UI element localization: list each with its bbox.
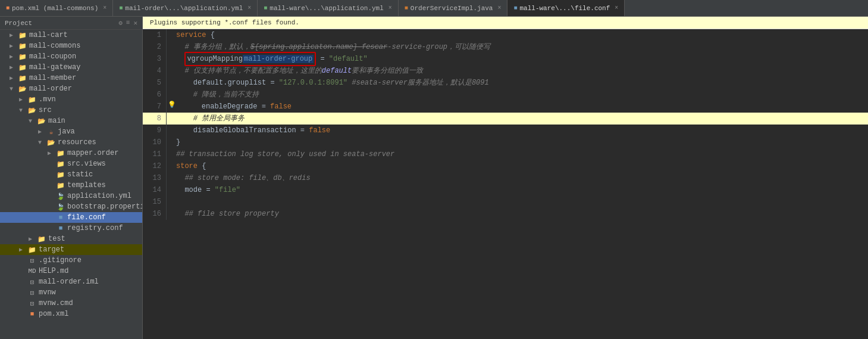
sidebar-item-src[interactable]: ▼ 📂 src — [0, 105, 142, 116]
code-content: vgroupMappingmall-order-group = "default… — [167, 53, 368, 65]
tab-close-pom-commons[interactable]: × — [103, 5, 106, 11]
code-content: ## transaction log store, only used in s… — [167, 148, 394, 160]
sidebar-item-pom-xml[interactable]: ■ pom.xml — [0, 309, 142, 319]
mvnw-icon: ⊡ — [27, 289, 37, 297]
line-number: 7 — [143, 101, 167, 113]
sidebar-item-mall-order-iml[interactable]: ⊡ mall-order.iml — [0, 276, 142, 287]
project-sidebar: Project ⚙ ≡ ✕ ▶ 📁 mall-cart ▶ 📁 mall-com… — [0, 17, 143, 339]
sidebar-item-mapper-order[interactable]: ▶ 📁 mapper.order — [0, 148, 142, 158]
close-sidebar-icon[interactable]: ✕ — [133, 19, 137, 27]
tree-label: mall-gateway — [29, 63, 80, 71]
line-number: 15 — [143, 196, 167, 208]
code-content: store { — [167, 160, 206, 172]
tree-label: mall-coupon — [29, 52, 76, 61]
bulb-icon: 💡 — [168, 101, 176, 108]
sidebar-item-mvn[interactable]: ▶ 📁 .mvn — [0, 94, 142, 105]
line-number: 16 — [143, 208, 167, 220]
sidebar-item-gitignore[interactable]: ⊡ .gitignore — [0, 255, 142, 266]
line-number: 13 — [143, 172, 167, 184]
tree-label: mall-order — [29, 85, 72, 93]
sidebar-item-mall-member[interactable]: ▶ 📁 mall-member — [0, 73, 142, 83]
sidebar-item-mall-commons[interactable]: ▶ 📁 mall-commons — [0, 41, 142, 51]
tab-close-mall-ware-conf[interactable]: × — [615, 5, 618, 11]
tab-label: OrderServiceImpl.java — [411, 5, 493, 12]
sidebar-item-bootstrap-props[interactable]: 🍃 bootstrap.properties — [0, 201, 142, 212]
tab-close-mall-ware-app[interactable]: × — [388, 5, 392, 11]
sidebar-item-mall-cart[interactable]: ▶ 📁 mall-cart — [0, 30, 142, 41]
tree-label: src — [39, 106, 52, 114]
tab-mail-order-app[interactable]: ■ mail-order\...\application.yml × — [113, 0, 258, 16]
code-content: # 降级，当前不支持 — [167, 89, 259, 101]
folder-icon: 📁 — [18, 32, 27, 39]
sidebar-item-test[interactable]: ▶ 📁 test — [0, 234, 142, 244]
tab-bar: ■ pom.xml (mall-commons) × ■ mail-order\… — [0, 0, 868, 17]
sidebar-item-mvnw-cmd[interactable]: ⊡ mvnw.cmd — [0, 298, 142, 309]
code-line-3: 3 vgroupMappingmall-order-group = "defau… — [143, 53, 868, 65]
code-content: disableGlobalTransaction = false — [167, 125, 330, 136]
tree-label: bootstrap.properties — [67, 203, 143, 211]
sidebar-item-target[interactable]: ▶ 📁 target — [0, 244, 142, 255]
code-content: ## file store propertу — [167, 208, 279, 220]
tree-label: test — [48, 235, 65, 243]
code-content: # 仅支持单节点，不要配置多地址，这里的default要和事务分组的值一致 — [167, 65, 423, 77]
line-number: 11 — [143, 148, 167, 160]
code-line-12: 12 store { — [143, 160, 868, 172]
sidebar-item-mall-order[interactable]: ▼ 📂 mall-order — [0, 83, 142, 94]
sidebar-item-src-views[interactable]: 📁 src.views — [0, 158, 142, 169]
expand-arrow: ▶ — [48, 150, 56, 157]
sidebar-item-file-conf[interactable]: ■ file.conf — [0, 212, 142, 223]
sidebar-item-static[interactable]: 📁 static — [0, 169, 142, 180]
tab-mall-ware-app[interactable]: ■ mall-ware\...\application.yml × — [258, 0, 398, 16]
line-number: 9 — [143, 125, 167, 136]
conf-icon: ■ — [56, 214, 65, 221]
expand-arrow: ▼ — [19, 107, 27, 114]
code-line-15: 15 — [143, 196, 868, 208]
sidebar-item-java[interactable]: ▶ ☕ java — [0, 126, 142, 137]
gear-icon[interactable]: ⚙ — [118, 19, 123, 27]
tree-label: mall-cart — [29, 31, 68, 39]
sidebar-item-application-yml[interactable]: 🍃 application.yml — [0, 191, 142, 201]
sidebar-item-registry-conf[interactable]: ■ registry.conf — [0, 223, 142, 234]
code-line-16: 16 ## file store propertу — [143, 208, 868, 220]
line-number: 3 — [143, 53, 167, 65]
tree-label: mvnw.cmd — [39, 299, 73, 307]
code-line-5: 5 default.grouplist = "127.0.0.1:8091" #… — [143, 77, 868, 89]
sidebar-item-templates[interactable]: 📁 templates — [0, 180, 142, 191]
sidebar-item-resources[interactable]: ▼ 📂 resources — [0, 137, 142, 148]
code-line-14: 14 mode = "file" — [143, 184, 868, 196]
editor-area: Plugins supporting *.conf files found. 1… — [143, 17, 868, 339]
collapse-icon[interactable]: ≡ — [126, 19, 130, 27]
folder-icon: 📁 — [27, 246, 37, 254]
expand-arrow: ▶ — [19, 246, 27, 253]
code-area[interactable]: 1 service { 2 # 事务分组，默认，${spring.applica… — [143, 29, 868, 339]
notification-text: Plugins supporting *.conf files found. — [150, 19, 299, 26]
tab-close-mail-order-app[interactable]: × — [247, 5, 251, 11]
sidebar-item-mall-gateway[interactable]: ▶ 📁 mall-gateway — [0, 62, 142, 73]
expand-arrow: ▼ — [38, 139, 46, 146]
file-icon: ⊡ — [27, 257, 37, 265]
sidebar-title: Project — [5, 20, 32, 27]
tree-label: target — [39, 245, 64, 254]
expand-arrow: ▶ — [10, 53, 18, 60]
tab-order-service-impl[interactable]: ■ OrderServiceImpl.java × — [399, 0, 508, 16]
sidebar-item-mvnw-sh[interactable]: ⊡ mvnw — [0, 287, 142, 298]
tab-label: mail-order\...\application.yml — [125, 5, 243, 12]
tab-pom-commons[interactable]: ■ pom.xml (mall-commons) × — [0, 0, 113, 16]
tab-label: mall-ware\...\application.yml — [270, 5, 383, 12]
sidebar-item-mall-coupon[interactable]: ▶ 📁 mall-coupon — [0, 51, 142, 62]
sidebar-item-help-md[interactable]: MD HELP.md — [0, 266, 142, 276]
mvnw-icon: ⊡ — [27, 300, 37, 307]
tree-label: .gitignore — [39, 256, 82, 265]
iml-icon: ⊡ — [27, 278, 37, 286]
expand-arrow: ▶ — [10, 74, 18, 82]
tab-close-order-service[interactable]: × — [497, 5, 501, 11]
expand-arrow: ▶ — [10, 64, 18, 71]
folder-icon: 📁 — [56, 160, 65, 168]
code-content: } — [167, 136, 180, 148]
tree-label: static — [67, 170, 93, 179]
code-content: enableDegrade = false — [167, 101, 292, 113]
tree-label: mall-order.iml — [39, 278, 99, 286]
sidebar-item-main[interactable]: ▼ 📂 main — [0, 116, 142, 126]
tab-mall-ware-conf[interactable]: ■ mall-ware\...\file.conf × — [507, 0, 625, 16]
folder-icon: 📁 — [27, 96, 37, 104]
